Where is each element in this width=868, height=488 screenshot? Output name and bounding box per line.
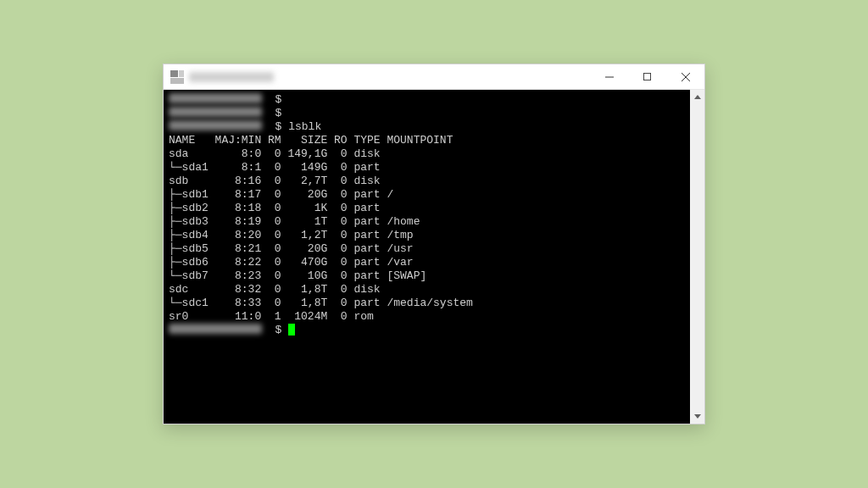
window-title — [189, 72, 274, 82]
scroll-up-arrow[interactable] — [690, 90, 704, 104]
titlebar-left — [164, 70, 274, 84]
window-controls — [590, 64, 704, 89]
lsblk-row: ├─sdb6 8:22 0 470G 0 part /var — [169, 256, 685, 269]
prompt-hostname — [169, 93, 262, 103]
prompt-hostname — [169, 120, 262, 130]
terminal-area: $ $ $ lsblkNAME MAJ:MIN RM SIZE RO TYPE … — [164, 90, 704, 424]
lsblk-row: ├─sdb3 8:19 0 1T 0 part /home — [169, 215, 685, 229]
command-text: lsblk — [288, 120, 321, 134]
lsblk-row: ├─sdb2 8:18 0 1K 0 part — [169, 202, 685, 215]
terminal-output[interactable]: $ $ $ lsblkNAME MAJ:MIN RM SIZE RO TYPE … — [164, 90, 690, 424]
lsblk-row: sr0 11:0 1 1024M 0 rom — [169, 310, 685, 324]
minimize-button[interactable] — [590, 64, 628, 89]
prompt-hostname — [169, 107, 262, 117]
cursor — [288, 324, 295, 336]
lsblk-row: ├─sdb4 8:20 0 1,2T 0 part /tmp — [169, 229, 685, 242]
svg-rect-1 — [643, 73, 650, 80]
scrollbar[interactable] — [690, 90, 704, 424]
lsblk-row: ├─sdb1 8:17 0 20G 0 part / — [169, 188, 685, 202]
app-icon — [170, 70, 184, 84]
lsblk-row: └─sda1 8:1 0 149G 0 part — [169, 161, 685, 175]
lsblk-row: sda 8:0 0 149,1G 0 disk — [169, 147, 685, 161]
lsblk-header: NAME MAJ:MIN RM SIZE RO TYPE MOUNTPOINT — [169, 134, 685, 147]
scroll-down-arrow[interactable] — [690, 409, 704, 424]
window-titlebar[interactable] — [164, 64, 704, 90]
prompt-hostname — [169, 324, 262, 334]
lsblk-row: ├─sdb5 8:21 0 20G 0 part /usr — [169, 242, 685, 256]
lsblk-row: └─sdb7 8:23 0 10G 0 part [SWAP] — [169, 269, 685, 283]
lsblk-row: └─sdc1 8:33 0 1,8T 0 part /media/system — [169, 297, 685, 310]
close-button[interactable] — [666, 64, 704, 89]
lsblk-row: sdc 8:32 0 1,8T 0 disk — [169, 283, 685, 297]
maximize-button[interactable] — [628, 64, 666, 89]
lsblk-row: sdb 8:16 0 2,7T 0 disk — [169, 175, 685, 188]
terminal-window: $ $ $ lsblkNAME MAJ:MIN RM SIZE RO TYPE … — [163, 64, 705, 424]
